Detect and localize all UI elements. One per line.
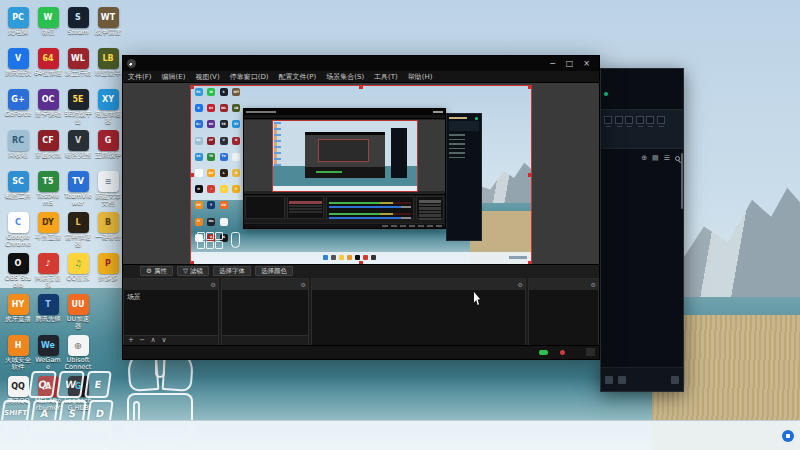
menu-item[interactable]: 文件(F) [123, 72, 157, 82]
desktop-icon[interactable]: O OBS Studio [4, 253, 32, 291]
menu-item[interactable]: 场景集合(S) [321, 72, 369, 82]
scene-list-item[interactable]: 场景 [124, 290, 218, 304]
menu-item[interactable]: 视图(V) [190, 72, 224, 82]
desktop-icon[interactable]: XY 迅游加速器 [94, 89, 122, 127]
add-friend-icon[interactable]: ⊕ [641, 155, 647, 162]
selection-handle[interactable] [528, 173, 531, 177]
window-control-button[interactable]: − [544, 59, 561, 68]
party-slot[interactable] [646, 116, 654, 124]
selection-handle[interactable] [191, 173, 194, 177]
search-icon[interactable] [675, 156, 680, 161]
desktop-icon[interactable]: V 暗区突围 [64, 130, 92, 168]
desktop-icon[interactable]: DY 斗鱼直播 [34, 212, 62, 250]
desktop-icon[interactable]: HY 虎牙直播 [4, 294, 32, 332]
party-slot[interactable] [636, 116, 644, 124]
scenes-toolbar-button[interactable]: ∨ [159, 337, 169, 344]
desktop-icon[interactable]: QQ 腾讯QQ [4, 376, 32, 414]
menu-item[interactable]: 帮助(H) [403, 72, 438, 82]
obs-preview-area[interactable]: PC 此电脑 W 微信 S Steam [123, 83, 599, 264]
wrench-icon[interactable]: ⚙ [211, 279, 216, 290]
mic-icon[interactable] [618, 376, 626, 384]
desktop-icon[interactable]: W 微信 [34, 7, 62, 45]
desktop-icon[interactable]: ♪ 网易云音乐 [34, 253, 62, 291]
selection-handle[interactable] [359, 86, 363, 89]
scenes-toolbar-button[interactable]: ∧ [148, 337, 158, 344]
mixer-dock-header[interactable]: ⚙ [312, 279, 525, 290]
desktop-icon[interactable]: H 火绒安全软件 [4, 335, 32, 373]
desktop-icon[interactable]: WL 废土行动 [64, 48, 92, 86]
desktop-icon[interactable]: RC 回收站 [4, 130, 32, 168]
menu-item[interactable]: 工具(T) [369, 72, 403, 82]
desktop-icon[interactable]: B 一键备份 [94, 212, 122, 250]
desktop-icon[interactable]: G 王牌战争 [94, 130, 122, 168]
menu-item[interactable]: 配置文件(P) [274, 72, 322, 82]
rooms-icon[interactable]: ▤ [652, 155, 659, 162]
desktop-icon[interactable]: UU UU加速器 [64, 294, 92, 332]
selection-handle[interactable] [359, 261, 363, 264]
live-timer [539, 349, 551, 357]
mini-desktop-icon: 64 64位加速 [206, 104, 217, 117]
party-slot[interactable] [604, 116, 612, 124]
context-toolbar-button[interactable]: 选择颜色 [255, 266, 293, 276]
desktop-icon[interactable]: G Logitech G HUB [64, 376, 92, 414]
desktop-icon[interactable]: ◎ Ubisoft Connect [64, 335, 92, 373]
window-control-button[interactable]: × [578, 59, 595, 68]
desktop-icon-label: 5E对战平台 [64, 111, 92, 126]
mini-desktop-icon: T5 TestMem5 [206, 153, 217, 166]
selection-handle[interactable] [528, 261, 531, 264]
friends-group-header[interactable] [601, 169, 681, 172]
controls-dock: ⚙ [528, 278, 599, 346]
scenes-toolbar-button[interactable]: + [126, 337, 136, 344]
desktop-icon[interactable]: SC 截图工具 [4, 171, 32, 209]
party-slot[interactable] [615, 116, 623, 124]
scenes-toolbar-button[interactable]: − [137, 337, 147, 344]
obs-titlebar[interactable]: −□× [123, 56, 599, 71]
desktop-icon[interactable]: PC 此电脑 [4, 7, 32, 45]
desktop-icon[interactable]: L 雷神加速器 [64, 212, 92, 250]
sources-dock-header[interactable]: ⚙ [222, 279, 308, 290]
desktop-icon[interactable]: WT 战争雷霆 [94, 7, 122, 45]
desktop-icon[interactable]: CF 穿越火线 [34, 130, 62, 168]
party-slot[interactable] [625, 116, 633, 124]
controls-dock-header[interactable]: ⚙ [529, 279, 598, 290]
list-icon[interactable]: ☰ [664, 155, 670, 162]
resize-grip[interactable] [586, 348, 595, 356]
wrench-icon[interactable]: ⚙ [518, 279, 523, 290]
context-toolbar-button[interactable]: ▽ 滤镜 [177, 266, 209, 276]
desktop-icon[interactable]: S Steam [64, 7, 92, 45]
desktop-icon[interactable]: V 腾讯会议 [4, 48, 32, 86]
scenes-dock-header[interactable]: ⚙ [124, 279, 218, 290]
selection-handle[interactable] [191, 261, 194, 264]
context-toolbar-button[interactable]: ⚙ 属性 [140, 266, 173, 276]
notification-badge[interactable] [782, 430, 794, 442]
menu-item[interactable]: 停靠窗口(D) [225, 72, 274, 82]
settings-icon[interactable] [671, 376, 679, 384]
desktop-icon[interactable]: ≡ 新建文本文档 [94, 171, 122, 209]
mini-desktop-icon: O OBS Studio [193, 185, 204, 198]
party-slot[interactable] [657, 116, 665, 124]
desktop-icon[interactable]: T 腾讯先锋 [34, 294, 62, 332]
preview-canvas[interactable]: PC 此电脑 W 微信 S Steam [191, 86, 531, 264]
selection-handle[interactable] [528, 86, 531, 89]
wrench-icon[interactable]: ⚙ [591, 279, 596, 290]
context-toolbar-button[interactable]: 选择字体 [213, 266, 251, 276]
voice-icon[interactable] [605, 376, 613, 384]
desktop-icon[interactable]: ♫ QQ音乐 [64, 253, 92, 291]
desktop-icon[interactable]: LB 联盟助手 [94, 48, 122, 86]
desktop-icon[interactable]: TV TeamViewer [64, 171, 92, 209]
desktop-icon[interactable]: We WeGame [34, 335, 62, 373]
selection-handle[interactable] [191, 86, 194, 89]
desktop-icon[interactable]: T5 TestMem5 [34, 171, 62, 209]
wrench-icon[interactable]: ⚙ [301, 279, 306, 290]
desktop-icon[interactable]: C Google Chrome [4, 212, 32, 250]
window-control-button[interactable]: □ [561, 59, 578, 68]
desktop-icon[interactable]: G+ GeForce [4, 89, 32, 127]
mini-desktop-icon: HY 虎牙直播 [193, 201, 204, 214]
desktop-icon[interactable]: 64 64位加速 [34, 48, 62, 86]
desktop-icon[interactable]: OC 显卡驱动 [34, 89, 62, 127]
desktop-icon[interactable]: 5E 5E对战平台 [64, 89, 92, 127]
friends-scrollbar[interactable] [681, 153, 683, 209]
desktop-icon[interactable]: P 拼多多 [94, 253, 122, 291]
desktop-icon[interactable]: A MSI Afterburner [34, 376, 62, 414]
menu-item[interactable]: 编辑(E) [157, 72, 191, 82]
